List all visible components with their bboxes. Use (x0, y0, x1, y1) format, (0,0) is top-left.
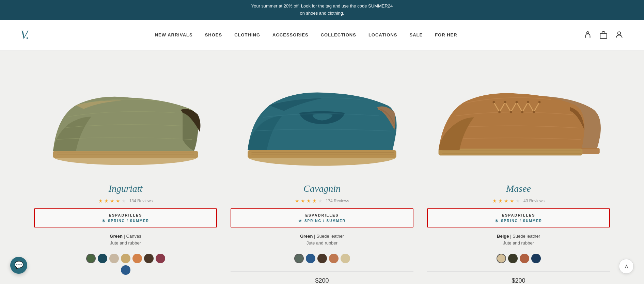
nav-link-for-her[interactable]: FOR HER (435, 32, 457, 37)
review-count-inguriatt[interactable]: 134 Reviews (129, 199, 153, 203)
product-image-inguriatt[interactable] (34, 64, 217, 173)
chat-widget[interactable]: 💬 (10, 257, 27, 274)
star-1: ★ (98, 198, 103, 204)
swatch-masee-1[interactable] (497, 254, 506, 263)
material-type-inguriatt: Canvas (126, 234, 141, 239)
color-swatches-inguriatt (85, 254, 167, 275)
star-c5: ★ (318, 198, 323, 204)
season-icon-masee: ✳ (495, 219, 499, 223)
nav-item-shoes[interactable]: SHOES (205, 32, 222, 38)
swatch-inguriatt-4[interactable] (121, 254, 130, 263)
badge-row-wrapper-inguriatt: ESPADRILLES ✳ SPRING / SUMMER (34, 208, 217, 227)
review-count-cavagnin[interactable]: 174 Reviews (326, 199, 349, 203)
season-icon-inguriatt: ✳ (102, 219, 106, 223)
nav-link-shoes[interactable]: SHOES (205, 32, 222, 37)
svg-point-20 (538, 101, 541, 103)
swatch-inguriatt-6[interactable] (144, 254, 154, 263)
nav-item-clothing[interactable]: CLOTHING (234, 32, 260, 38)
star-m5: ★ (516, 198, 520, 204)
svg-point-19 (527, 101, 529, 103)
product-image-cavagnin[interactable] (231, 64, 413, 173)
season-icon-cavagnin: ✳ (298, 219, 302, 223)
swatch-cavagnin-5[interactable] (341, 254, 350, 263)
svg-rect-13 (439, 148, 583, 155)
star-m3: ★ (504, 198, 508, 204)
product-stars-inguriatt: ★ ★ ★ ★ ★ 134 Reviews (98, 198, 153, 204)
swatch-inguriatt-5[interactable] (132, 254, 142, 263)
accessibility-icon[interactable] (583, 30, 592, 39)
material-color-masee: Beige (497, 234, 509, 239)
material-color-cavagnin: Green (300, 234, 313, 239)
swatch-inguriatt-8[interactable] (121, 265, 130, 275)
nav-item-new-arrivals[interactable]: NEW ARRIVALS (155, 32, 193, 38)
swatch-cavagnin-3[interactable] (317, 254, 327, 263)
logo[interactable]: V. (20, 28, 29, 42)
season-text-cavagnin: SPRING / SUMMER (304, 219, 346, 223)
star-c4: ★ (312, 198, 317, 204)
svg-point-16 (492, 101, 495, 103)
nav-link-clothing[interactable]: CLOTHING (234, 32, 260, 37)
nav-link-collections[interactable]: COLLECTIONS (321, 32, 356, 37)
material-color-inguriatt: Green (110, 234, 123, 239)
badge-season-masee: ✳ SPRING / SUMMER (495, 219, 542, 223)
star-2: ★ (104, 198, 109, 204)
product-name-inguriatt[interactable]: Inguriatt (109, 183, 143, 194)
star-m1: ★ (492, 198, 497, 204)
svg-point-23 (521, 111, 523, 113)
product-price-cavagnin[interactable]: $200 (231, 271, 413, 284)
swatch-inguriatt-3[interactable] (109, 254, 119, 263)
announcement-text-after: . (343, 11, 344, 16)
nav-item-collections[interactable]: COLLECTIONS (321, 32, 356, 38)
nav-item-locations[interactable]: LOCATIONS (368, 32, 397, 38)
swatch-masee-4[interactable] (531, 254, 541, 263)
nav-link-accessories[interactable]: ACCESSORIES (272, 32, 309, 37)
product-card-masee: Masee ★ ★ ★ ★ ★ 43 Reviews ESPADRILLES ✳… (427, 64, 610, 284)
swatch-inguriatt-2[interactable] (98, 254, 107, 263)
swatch-cavagnin-4[interactable] (329, 254, 339, 263)
badge-category-inguriatt: ESPADRILLES (109, 213, 142, 217)
material-base-cavagnin: Jute and rubber (307, 240, 337, 246)
star-c2: ★ (301, 198, 305, 204)
swatch-inguriatt-1[interactable] (86, 254, 96, 263)
scroll-top-button[interactable]: ∧ (619, 259, 634, 274)
swatch-inguriatt-7[interactable] (156, 254, 165, 263)
nav-item-accessories[interactable]: ACCESSORIES (272, 32, 309, 38)
star-4: ★ (116, 198, 120, 204)
badge-row-wrapper-masee: ESPADRILLES ✳ SPRING / SUMMER (427, 208, 610, 227)
nav-link-new-arrivals[interactable]: NEW ARRIVALS (155, 32, 193, 37)
swatch-cavagnin-1[interactable] (294, 254, 304, 263)
season-text-inguriatt: SPRING / SUMMER (108, 219, 149, 223)
announcement-text-mid: on (300, 11, 306, 16)
svg-rect-9 (248, 150, 396, 157)
star-5: ★ (122, 198, 126, 204)
announcement-text: Your summer at 20% off. Look for the tag… (251, 3, 393, 9)
swatch-cavagnin-2[interactable] (306, 254, 315, 263)
star-3: ★ (110, 198, 114, 204)
product-name-cavagnin[interactable]: Cavagnin (303, 183, 341, 194)
swatch-masee-2[interactable] (508, 254, 518, 263)
badge-row-inguriatt: ESPADRILLES ✳ SPRING / SUMMER (35, 209, 216, 227)
product-name-masee[interactable]: Masee (506, 183, 531, 194)
review-count-masee[interactable]: 43 Reviews (523, 199, 545, 203)
shoes-link[interactable]: shoes (306, 11, 318, 16)
nav-item-sale[interactable]: SALE (409, 32, 423, 38)
user-icon[interactable] (615, 30, 624, 39)
product-material-inguriatt: Green | Canvas Jute and rubber (110, 233, 141, 247)
product-price-masee[interactable]: $200 (427, 271, 610, 284)
product-image-masee[interactable] (427, 64, 610, 173)
product-stars-cavagnin: ★ ★ ★ ★ ★ 174 Reviews (295, 198, 349, 204)
svg-point-21 (498, 111, 501, 113)
nav-link-sale[interactable]: SALE (409, 32, 423, 37)
announcement-bar: Your summer at 20% off. Look for the tag… (0, 0, 644, 20)
chat-icon: 💬 (14, 261, 23, 270)
clothing-link[interactable]: clothing (328, 11, 343, 16)
nav-item-for-her[interactable]: FOR HER (435, 32, 457, 38)
bag-icon[interactable] (599, 30, 608, 39)
product-stars-masee: ★ ★ ★ ★ ★ 43 Reviews (492, 198, 545, 204)
svg-rect-5 (53, 151, 198, 158)
main-content: Inguriatt ★ ★ ★ ★ ★ 134 Reviews ESPADRIL… (0, 50, 644, 284)
material-base-inguriatt: Jute and rubber (110, 240, 141, 246)
nav-link-locations[interactable]: LOCATIONS (368, 32, 397, 37)
badge-category-masee: ESPADRILLES (502, 213, 535, 217)
swatch-masee-3[interactable] (520, 254, 529, 263)
